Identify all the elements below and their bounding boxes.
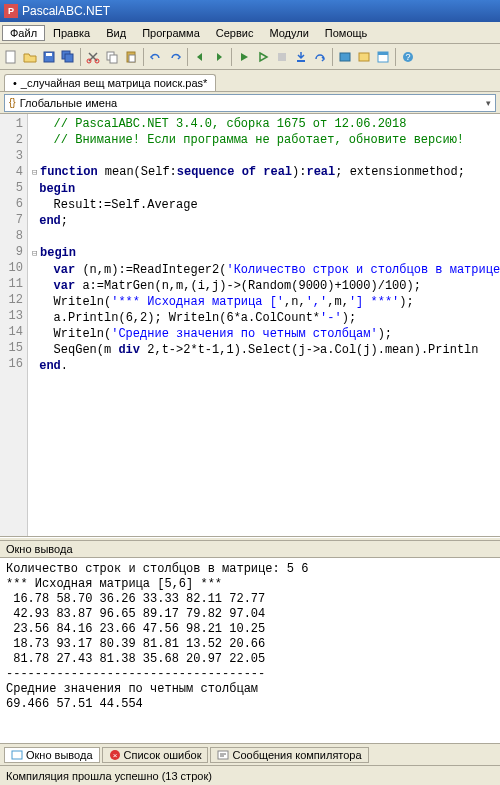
svg-rect-12 <box>297 60 305 62</box>
copy-icon[interactable] <box>103 48 121 66</box>
output-title: Окно вывода <box>0 541 500 558</box>
svg-rect-11 <box>278 53 286 61</box>
menu-modules[interactable]: Модули <box>261 25 316 41</box>
separator <box>187 48 188 66</box>
app-icon: P <box>4 4 18 18</box>
compiler-icon <box>217 749 229 761</box>
paste-icon[interactable] <box>122 48 140 66</box>
run-no-debug-icon[interactable] <box>254 48 272 66</box>
redo-icon[interactable] <box>166 48 184 66</box>
run-icon[interactable] <box>235 48 253 66</box>
separator <box>395 48 396 66</box>
save-icon[interactable] <box>40 48 58 66</box>
code-content[interactable]: // PascalABC.NET 3.4.0, сборка 1675 от 1… <box>28 114 500 536</box>
menubar: Файл Правка Вид Программа Сервис Модули … <box>0 22 500 44</box>
tab-dirty-dot: • <box>13 77 17 89</box>
toolbar: ? <box>0 44 500 70</box>
tabbar: • _случайная вещ матрица поиск.pas* <box>0 70 500 92</box>
svg-rect-2 <box>46 53 52 56</box>
undo-icon[interactable] <box>147 48 165 66</box>
step-into-icon[interactable] <box>292 48 310 66</box>
open-file-icon[interactable] <box>21 48 39 66</box>
app-title: PascalABC.NET <box>22 4 110 18</box>
menu-file[interactable]: Файл <box>2 25 45 41</box>
help-icon[interactable]: ? <box>399 48 417 66</box>
svg-rect-22 <box>218 751 228 759</box>
svg-rect-8 <box>110 55 117 63</box>
separator <box>332 48 333 66</box>
svg-rect-19 <box>12 751 22 759</box>
svg-rect-10 <box>129 55 135 62</box>
new-file-icon[interactable] <box>2 48 20 66</box>
scope-dropdown-label: Глобальные имена <box>20 97 118 109</box>
svg-rect-4 <box>65 54 73 62</box>
svg-rect-13 <box>340 53 350 61</box>
bottom-tabs: Окно вывода × Список ошибок Сообщения ко… <box>0 743 500 765</box>
tab-errors-label: Список ошибок <box>124 749 202 761</box>
svg-rect-0 <box>6 51 15 63</box>
stop-icon[interactable] <box>273 48 291 66</box>
tab-errors[interactable]: × Список ошибок <box>102 747 209 763</box>
scope-dropdown-bar: {} Глобальные имена <box>0 92 500 114</box>
tab-output-label: Окно вывода <box>26 749 93 761</box>
code-editor[interactable]: 12345678910111213141516 // PascalABC.NET… <box>0 114 500 537</box>
tab-label: _случайная вещ матрица поиск.pas* <box>21 77 208 89</box>
tab-compiler[interactable]: Сообщения компилятора <box>210 747 368 763</box>
output-area[interactable]: Количество строк и столбцов в матрице: 5… <box>0 558 500 743</box>
back-icon[interactable] <box>191 48 209 66</box>
tab-compiler-label: Сообщения компилятора <box>232 749 361 761</box>
step-over-icon[interactable] <box>311 48 329 66</box>
file-tab[interactable]: • _случайная вещ матрица поиск.pas* <box>4 74 216 91</box>
view-form-icon[interactable] <box>374 48 392 66</box>
svg-rect-14 <box>359 53 369 61</box>
errors-icon: × <box>109 749 121 761</box>
titlebar: P PascalABC.NET <box>0 0 500 22</box>
forward-icon[interactable] <box>210 48 228 66</box>
separator <box>80 48 81 66</box>
svg-text:×: × <box>112 751 117 760</box>
svg-rect-16 <box>378 52 388 55</box>
menu-view[interactable]: Вид <box>98 25 134 41</box>
menu-service[interactable]: Сервис <box>208 25 262 41</box>
output-icon <box>11 749 23 761</box>
menu-program[interactable]: Программа <box>134 25 208 41</box>
statusbar: Компиляция прошла успешно (13 строк) <box>0 765 500 785</box>
new-project-icon[interactable] <box>336 48 354 66</box>
open-project-icon[interactable] <box>355 48 373 66</box>
separator <box>231 48 232 66</box>
menu-edit[interactable]: Правка <box>45 25 98 41</box>
separator <box>143 48 144 66</box>
svg-text:?: ? <box>405 52 410 62</box>
save-all-icon[interactable] <box>59 48 77 66</box>
cut-icon[interactable] <box>84 48 102 66</box>
braces-icon: {} <box>9 97 16 108</box>
tab-output[interactable]: Окно вывода <box>4 747 100 763</box>
status-text: Компиляция прошла успешно (13 строк) <box>6 770 212 782</box>
scope-dropdown[interactable]: {} Глобальные имена <box>4 94 496 112</box>
line-gutter: 12345678910111213141516 <box>0 114 28 536</box>
menu-help[interactable]: Помощь <box>317 25 376 41</box>
